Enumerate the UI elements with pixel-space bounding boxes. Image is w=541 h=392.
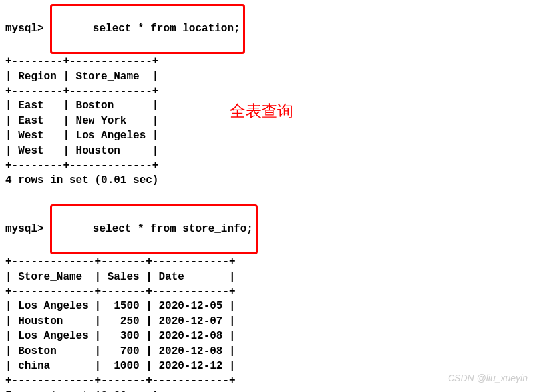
query1-result-msg: 4 rows in set (0.01 sec) [5,173,536,188]
mysql-prompt: mysql> [5,222,44,236]
annotation-label: 全表查询 [230,100,293,122]
mysql-prompt: mysql> [5,21,44,36]
query2-result-msg: 5 rows in set (0.00 sec) [5,389,536,392]
watermark: CSDN @liu_xueyin [448,372,528,385]
query2-sql: select * from store_info; [93,223,253,235]
query1-sql-highlight: select * from location; [50,4,244,54]
query1-prompt-line: mysql> select * from location; [5,4,536,54]
query1-sql: select * from location; [93,23,240,35]
query2-table: +-------------+-------+------------+ | S… [5,254,536,389]
query2-prompt-line: mysql> select * from store_info; [5,204,536,254]
query1-block: mysql> select * from location; +--------… [5,4,536,188]
query2-block: mysql> select * from store_info; +------… [5,204,536,392]
query2-sql-highlight: select * from store_info; [50,204,258,254]
